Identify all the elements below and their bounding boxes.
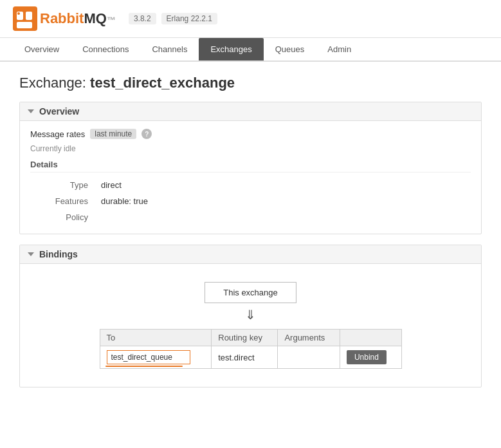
nav-item-connections[interactable]: Connections — [71, 38, 140, 61]
validation-underline — [105, 366, 183, 367]
last-minute-badge[interactable]: last minute — [90, 129, 136, 139]
main-nav: Overview Connections Channels Exchanges … — [0, 38, 501, 62]
col-action — [340, 330, 401, 346]
policy-value — [97, 210, 469, 225]
bindings-panel-header[interactable]: Bindings — [20, 245, 481, 264]
nav-link-exchanges[interactable]: Exchanges — [199, 38, 263, 61]
policy-row: Policy — [32, 210, 469, 225]
nav-link-admin[interactable]: Admin — [316, 38, 363, 61]
routing-key-cell: test.direct — [212, 346, 278, 369]
policy-label: Policy — [32, 210, 96, 225]
logo-text: RabbitMQ™ — [40, 10, 116, 27]
help-icon[interactable]: ? — [141, 129, 152, 139]
type-value: direct — [97, 178, 469, 192]
nav-item-overview[interactable]: Overview — [13, 38, 71, 61]
arguments-cell — [278, 346, 340, 369]
main-content: Exchange: test_direct_exchange Overview … — [0, 62, 501, 411]
collapse-arrow-icon[interactable] — [28, 109, 34, 113]
type-row: Type direct — [32, 178, 469, 192]
action-cell: Unbind — [340, 346, 401, 369]
message-rates-row: Message rates last minute ? — [30, 129, 471, 139]
features-row: Features durable: true — [32, 194, 469, 209]
message-rates-label: Message rates — [30, 129, 85, 139]
overview-panel-body: Message rates last minute ? Currently id… — [20, 121, 481, 234]
col-to: To — [100, 330, 212, 346]
durable-val: true — [134, 196, 148, 206]
bindings-panel-body: This exchange ⇓ To Routing key Arguments — [20, 264, 481, 387]
version-badge: 3.8.2 — [129, 13, 156, 24]
features-value: durable: true — [97, 194, 469, 209]
svg-point-4 — [17, 12, 20, 15]
bindings-collapse-arrow-icon[interactable] — [28, 252, 34, 256]
bindings-table-header-row: To Routing key Arguments — [100, 330, 401, 346]
bindings-table: To Routing key Arguments test.d — [100, 329, 402, 369]
bindings-panel-title: Bindings — [39, 249, 78, 259]
bindings-panel: Bindings This exchange ⇓ To Routing key … — [19, 245, 482, 387]
logo: RabbitMQ™ — [13, 6, 116, 31]
details-section-label: Details — [30, 160, 471, 173]
rabbitmq-logo-icon — [13, 6, 37, 31]
version-info: 3.8.2 Erlang 22.2.1 — [129, 13, 217, 24]
overview-panel-title: Overview — [39, 106, 79, 117]
nav-link-overview[interactable]: Overview — [13, 38, 71, 61]
unbind-button[interactable]: Unbind — [347, 350, 387, 364]
table-row: test.direct Unbind — [100, 346, 401, 369]
nav-item-admin[interactable]: Admin — [316, 38, 363, 61]
features-label: Features — [32, 194, 96, 209]
page-title: Exchange: test_direct_exchange — [19, 75, 482, 91]
to-cell — [100, 346, 212, 369]
exchange-box: This exchange — [205, 282, 296, 303]
bindings-center: This exchange ⇓ To Routing key Arguments — [30, 272, 471, 379]
svg-rect-2 — [26, 12, 32, 20]
idle-status: Currently idle — [30, 144, 471, 153]
nav-link-queues[interactable]: Queues — [264, 38, 316, 61]
details-table: Type direct Features durable: true Polic… — [30, 176, 471, 226]
nav-item-exchanges[interactable]: Exchanges — [199, 38, 263, 61]
col-routing-key: Routing key — [212, 330, 278, 346]
type-label: Type — [32, 178, 96, 192]
nav-item-queues[interactable]: Queues — [264, 38, 316, 61]
down-arrow-icon: ⇓ — [245, 308, 256, 321]
overview-panel: Overview Message rates last minute ? Cur… — [19, 102, 482, 234]
nav-link-connections[interactable]: Connections — [71, 38, 140, 61]
queue-name-input[interactable] — [107, 350, 190, 364]
app-header: RabbitMQ™ 3.8.2 Erlang 22.2.1 — [0, 0, 501, 38]
col-arguments: Arguments — [278, 330, 340, 346]
durable-key: durable: — [101, 196, 131, 206]
erlang-version-badge: Erlang 22.2.1 — [161, 13, 217, 24]
overview-panel-header[interactable]: Overview — [20, 102, 481, 121]
svg-rect-3 — [17, 22, 32, 28]
nav-item-channels[interactable]: Channels — [140, 38, 199, 61]
nav-link-channels[interactable]: Channels — [140, 38, 199, 61]
